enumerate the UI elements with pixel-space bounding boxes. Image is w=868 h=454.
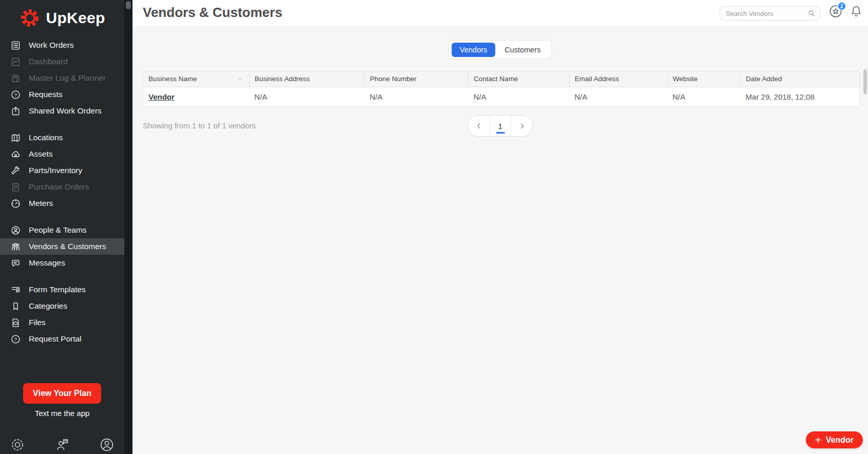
- cell-website: N/A: [667, 87, 740, 106]
- plus-icon: +: [815, 435, 821, 445]
- sidebar-scrollbar-thumb[interactable]: [126, 1, 131, 9]
- sidebar-item-label: Dashboard: [29, 57, 68, 66]
- cell-date-added: Mar 29, 2018, 12:08: [741, 87, 859, 106]
- column-header-label: Email Address: [575, 75, 619, 83]
- sidebar-item-label: Master Log & Planner: [29, 73, 106, 83]
- table-header-row: Business Name Business Address Phone Num…: [143, 71, 859, 87]
- main-content: Vendors & Customers 2 Vendors Customers: [133, 0, 868, 454]
- sidebar-item-label: Assets: [29, 149, 53, 159]
- column-header-email-address[interactable]: Email Address: [569, 71, 667, 87]
- sidebar-item-label: Form Templates: [29, 285, 86, 294]
- vendor-link[interactable]: Vendor: [148, 92, 175, 101]
- pagination-next-button[interactable]: [511, 116, 533, 136]
- cell-email-address: N/A: [569, 87, 667, 106]
- tab-customers[interactable]: Customers: [497, 43, 549, 57]
- pagination: 1: [467, 115, 533, 137]
- sidebar-item-vendors-customers[interactable]: Vendors & Customers: [0, 238, 124, 255]
- nav-divider: [0, 212, 124, 222]
- whats-new-button[interactable]: 2: [828, 4, 843, 20]
- settings-gear-icon[interactable]: [9, 437, 26, 453]
- files-icon: [10, 317, 21, 328]
- profile-icon[interactable]: [99, 437, 115, 453]
- svg-text:?: ?: [14, 91, 17, 97]
- pagination-prev-button[interactable]: [468, 116, 489, 136]
- sidebar-item-label: Requests: [29, 90, 62, 99]
- sidebar-item-people-teams[interactable]: People & Teams: [0, 222, 124, 238]
- assets-icon: [10, 149, 21, 160]
- notifications-button[interactable]: [848, 4, 864, 20]
- sidebar-item-label: Request Portal: [29, 334, 82, 344]
- sidebar-footer-icons: [0, 437, 124, 453]
- page-scrollbar-thumb[interactable]: [863, 69, 867, 94]
- column-header-label: Phone Number: [370, 75, 417, 83]
- column-header-date-added[interactable]: Date Added: [741, 71, 859, 87]
- sidebar-item-label: Files: [29, 318, 46, 327]
- purchase-orders-icon: [10, 182, 21, 193]
- upkeep-logo: UpKeep: [0, 0, 124, 30]
- messages-icon: [10, 258, 21, 269]
- app-name: UpKeep: [46, 9, 105, 27]
- sidebar-item-label: Parts/Inventory: [29, 166, 82, 175]
- sidebar-item-label: Purchase Orders: [29, 182, 89, 192]
- add-vendor-label: Vendor: [826, 436, 854, 445]
- cell-phone-number: N/A: [365, 87, 468, 106]
- column-header-contact-name[interactable]: Contact Name: [468, 71, 570, 87]
- vendors-customers-tab-group: Vendors Customers: [448, 40, 552, 59]
- notification-badge: 2: [838, 2, 846, 10]
- upkeep-gear-logo-icon: [19, 7, 41, 29]
- sidebar-item-form-templates[interactable]: Form Templates: [0, 281, 124, 298]
- sidebar-item-assets[interactable]: Assets: [0, 146, 124, 162]
- sidebar-item-purchase-orders[interactable]: Purchase Orders: [0, 179, 124, 195]
- sidebar-item-files[interactable]: Files: [0, 314, 124, 331]
- notifications-bell-icon: [849, 4, 863, 18]
- pagination-current-page[interactable]: 1: [489, 116, 511, 136]
- sidebar-item-label: Meters: [29, 199, 53, 208]
- form-templates-icon: [10, 285, 21, 295]
- sidebar-item-label: Vendors & Customers: [29, 242, 106, 251]
- column-header-business-address[interactable]: Business Address: [249, 71, 364, 87]
- cell-business-address: N/A: [249, 87, 364, 106]
- categories-icon: [10, 301, 21, 312]
- column-header-label: Website: [673, 75, 698, 83]
- table-row[interactable]: Vendor N/A N/A N/A N/A N/A Mar 29, 2018,…: [143, 87, 859, 106]
- sidebar-item-label: Locations: [29, 133, 63, 142]
- text-me-the-app-link[interactable]: Text me the app: [0, 409, 124, 418]
- vendors-customers-icon: [10, 241, 21, 252]
- tab-vendors[interactable]: Vendors: [451, 43, 495, 57]
- sidebar-nav: Work Orders Dashboard Master Log & Plann…: [0, 37, 124, 347]
- sidebar-item-master-log-planner[interactable]: Master Log & Planner: [0, 70, 124, 86]
- sidebar-item-requests[interactable]: ? Requests: [0, 86, 124, 103]
- view-your-plan-button[interactable]: View Your Plan: [23, 383, 101, 404]
- vendors-table: Business Name Business Address Phone Num…: [143, 71, 860, 107]
- sidebar-item-shared-work-orders[interactable]: Shared Work Orders: [0, 103, 124, 119]
- dashboard-icon: [10, 56, 21, 67]
- sidebar-item-label: Work Orders: [29, 41, 74, 50]
- cell-business-name: Vendor: [143, 87, 249, 106]
- sidebar-item-messages[interactable]: Messages: [0, 255, 124, 271]
- column-header-business-name[interactable]: Business Name: [143, 71, 249, 87]
- add-vendor-button[interactable]: + Vendor: [806, 431, 863, 448]
- search-icon[interactable]: [807, 9, 816, 17]
- sidebar: UpKeep Work Orders Dashboard Master Log …: [0, 0, 124, 454]
- sidebar-item-locations[interactable]: Locations: [0, 129, 124, 146]
- sidebar-item-dashboard[interactable]: Dashboard: [0, 53, 124, 70]
- column-header-website[interactable]: Website: [667, 71, 740, 87]
- search-box: [720, 6, 820, 21]
- sidebar-item-meters[interactable]: Meters: [0, 195, 124, 212]
- column-header-phone-number[interactable]: Phone Number: [365, 71, 468, 87]
- top-bar: Vendors & Customers 2: [133, 0, 868, 27]
- sidebar-scrollbar-track[interactable]: [124, 0, 133, 454]
- svg-text:?: ?: [14, 336, 17, 342]
- sidebar-item-categories[interactable]: Categories: [0, 298, 124, 314]
- support-chat-icon[interactable]: [54, 437, 70, 453]
- current-page-underline: [496, 132, 505, 134]
- column-header-label: Business Name: [148, 75, 197, 83]
- sidebar-item-request-portal[interactable]: ? Request Portal: [0, 331, 124, 347]
- search-input[interactable]: [726, 10, 807, 17]
- page-number: 1: [498, 122, 502, 130]
- sidebar-item-work-orders[interactable]: Work Orders: [0, 37, 124, 53]
- column-header-label: Date Added: [746, 75, 782, 83]
- sidebar-item-parts-inventory[interactable]: Parts/Inventory: [0, 162, 124, 179]
- chevron-left-icon: [475, 122, 483, 130]
- work-orders-icon: [10, 40, 21, 51]
